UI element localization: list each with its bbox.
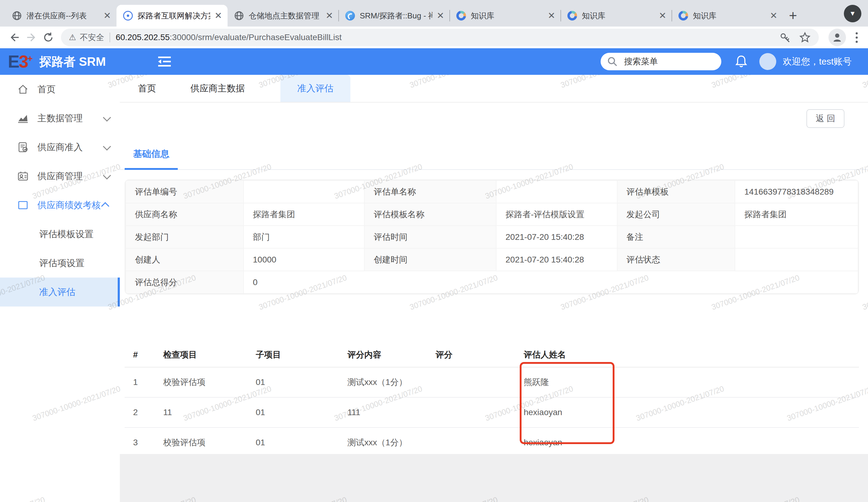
browser-tab-7[interactable]: 知识库 ✕ (672, 5, 783, 27)
col-index: # (125, 343, 162, 367)
browser-profile-button[interactable] (828, 29, 846, 46)
globe-icon (12, 11, 22, 21)
field-label: 评估时间 (364, 226, 496, 248)
sidebar-subitem-template-settings[interactable]: 评估模板设置 (0, 220, 120, 249)
tab-close-icon[interactable]: ✕ (435, 10, 445, 21)
annotation-red-box (520, 362, 614, 444)
menu-search-input[interactable] (623, 56, 709, 67)
search-icon (607, 56, 618, 67)
field-label: 评估单编号 (126, 180, 244, 203)
table-row: 2 11 01 111 hexiaoyan (125, 397, 859, 428)
chevron-down-icon (103, 171, 111, 179)
app-header: E3+ 探路者 SRM 欢迎您，test账号 (0, 48, 868, 75)
tab-close-icon[interactable]: ✕ (658, 10, 668, 21)
info-row: 供应商名称 探路者集团 评估模板名称 探路者-评估模版设置 发起公司 探路者集团 (126, 203, 858, 226)
screen: 潜在供应商--列表 ✕ 探路者互联网解决方案 ✕ 仓储地点主数据管理 - ✕ S… (0, 0, 868, 502)
back-to-list-button[interactable]: 返 回 (806, 109, 845, 128)
info-row: 创建人 10000 创建时间 2021-07-20 15:40:28 评估状态 (126, 248, 858, 271)
field-value: 部门 (244, 226, 364, 248)
field-label: 发起部门 (126, 226, 244, 248)
cell-index: 1 (125, 367, 162, 397)
sidebar-item-home[interactable]: 首页 (0, 75, 120, 104)
chevron-down-icon (103, 143, 111, 150)
evaluation-items-table: # 检查项目 子项目 评分内容 评分 评估人姓名 1 校验评估项 01 测试xx… (125, 343, 859, 458)
browser-tab-6[interactable]: 知识库 ✕ (561, 5, 672, 27)
field-label: 评估总得分 (126, 271, 244, 294)
field-value (496, 180, 617, 203)
sidebar-item-supplier-management[interactable]: 供应商管理 (0, 162, 120, 191)
tab-close-icon[interactable]: ✕ (769, 10, 779, 21)
zentao-icon (345, 11, 355, 21)
app-title: 探路者 SRM (39, 53, 106, 70)
wiki-icon (567, 11, 577, 21)
cell-score (434, 428, 522, 458)
col-sub-item: 子项目 (254, 343, 345, 367)
page-tab-home[interactable]: 首页 (122, 75, 172, 102)
tab-close-icon[interactable]: ✕ (102, 10, 112, 21)
home-icon (17, 83, 29, 95)
tab-close-icon[interactable]: ✕ (213, 10, 223, 21)
sidebar-item-label: 供应商绩效考核 (38, 199, 103, 211)
tab-title: 知识库 (471, 11, 544, 21)
browser-tab-3[interactable]: 仓储地点主数据管理 - ✕ (228, 5, 339, 27)
field-value: 1416639778318348289 (735, 180, 858, 203)
main-content: 首页 供应商主数据 准入评估 返 回 基础信息 评估单编号 评估单名称 评估单模… (120, 75, 868, 502)
field-value: 10000 (244, 248, 364, 271)
forward-button[interactable] (23, 29, 40, 46)
back-button[interactable] (6, 29, 23, 46)
security-label[interactable]: 不安全 (80, 32, 104, 43)
sidebar-subitem-item-settings[interactable]: 评估项设置 (0, 249, 120, 278)
url-text: 60.205.202.55:30000/srm/evaluate/Purchas… (116, 33, 342, 42)
sidebar-subitem-label: 准入评估 (39, 286, 75, 299)
user-avatar[interactable] (760, 53, 776, 70)
cell-score (434, 397, 522, 428)
info-row: 评估单编号 评估单名称 评估单模板 1416639778318348289 (126, 180, 858, 203)
password-key-icon[interactable] (779, 32, 791, 43)
tab-title: 潜在供应商--列表 (27, 11, 99, 21)
sidebar-item-master-data[interactable]: 主数据管理 (0, 104, 120, 133)
browser-tab-1[interactable]: 潜在供应商--列表 ✕ (6, 5, 116, 27)
globe-icon (234, 11, 244, 21)
tab-search-button[interactable]: ▼ (844, 5, 861, 22)
info-row: 评估总得分 0 (126, 271, 858, 294)
field-label: 备注 (617, 226, 735, 248)
tab-close-icon[interactable]: ✕ (324, 10, 334, 21)
sidebar-subitem-admission-evaluation[interactable]: 准入评估 (0, 278, 120, 306)
section-tab-bar: 基础信息 (120, 148, 868, 170)
sidebar-collapse-button[interactable] (157, 55, 172, 68)
url-field[interactable]: ⚠ 不安全 60.205.202.55:30000/srm/evaluate/P… (61, 29, 819, 46)
browser-menu-button[interactable] (856, 32, 858, 43)
browser-tab-5[interactable]: 知识库 ✕ (450, 5, 561, 27)
sidebar-item-supplier-performance[interactable]: 供应商绩效考核 (0, 191, 120, 220)
cell-index: 3 (125, 428, 162, 458)
tab-close-icon[interactable]: ✕ (547, 10, 557, 21)
tab-basic-info[interactable]: 基础信息 (125, 148, 178, 170)
page-tab-supplier-master-data[interactable]: 供应商主数据 (175, 75, 260, 102)
sidebar-item-supplier-admission[interactable]: 供应商准入 (0, 133, 120, 162)
page-tab-admission-evaluation[interactable]: 准入评估 (280, 75, 350, 102)
browser-tab-4[interactable]: SRM/探路者::Bug - 禅 ✕ (339, 5, 450, 27)
field-value (735, 248, 858, 271)
address-bar: ⚠ 不安全 60.205.202.55:30000/srm/evaluate/P… (0, 27, 868, 48)
field-label: 创建人 (126, 248, 244, 271)
new-tab-button[interactable]: + (789, 9, 797, 22)
field-value: 2021-07-20 15:40:28 (496, 226, 617, 248)
field-value: 探路者集团 (735, 203, 858, 226)
basic-info-grid: 评估单编号 评估单名称 评估单模板 1416639778318348289 供应… (125, 179, 859, 294)
notification-bell-icon[interactable] (735, 55, 747, 68)
field-value: 2021-07-20 15:40:28 (496, 248, 617, 271)
menu-search-box[interactable] (601, 53, 721, 70)
table-header-row: # 检查项目 子项目 评分内容 评分 评估人姓名 (125, 343, 859, 367)
tab-title: 知识库 (582, 11, 655, 21)
square-icon (17, 199, 29, 211)
bookmark-star-icon[interactable] (799, 31, 811, 43)
field-label: 评估状态 (617, 248, 735, 271)
reload-button[interactable] (40, 29, 57, 46)
field-label: 供应商名称 (126, 203, 244, 226)
sidebar-subitem-label: 评估项设置 (39, 257, 84, 269)
field-value: 探路者集团 (244, 203, 364, 226)
col-score-content: 评分内容 (345, 343, 434, 367)
browser-tab-2-active[interactable]: 探路者互联网解决方案 ✕ (116, 5, 228, 27)
field-value: 0 (244, 271, 858, 294)
page-tab-bar: 首页 供应商主数据 准入评估 (120, 75, 868, 103)
